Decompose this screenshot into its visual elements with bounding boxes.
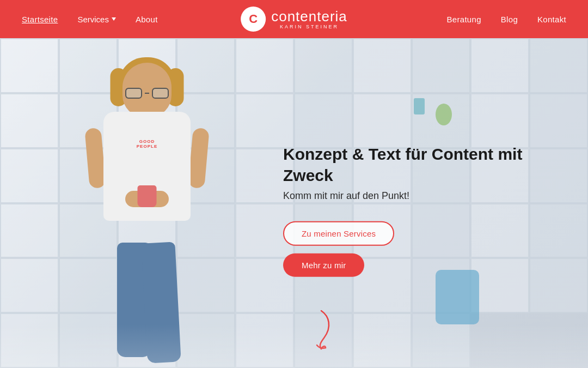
chair-decoration [436, 270, 479, 324]
hero-headline: Konzept & Text für Content mit Zweck [283, 143, 544, 185]
person-cup [138, 185, 157, 207]
person-arm-left-skin [84, 128, 106, 189]
nav-services-label: Services [77, 15, 109, 24]
nav-link-beratung[interactable]: Beratung [447, 15, 481, 24]
hero-fade-overlay [0, 324, 588, 368]
nav-link-kontakt[interactable]: Kontakt [537, 15, 566, 24]
logo-text: contenteria KARIN STEINER [271, 9, 347, 29]
nav-left: Startseite Services About [22, 15, 158, 24]
btn-services[interactable]: Zu meinen Services [283, 221, 394, 245]
glasses-lens-left [125, 88, 142, 99]
nav-link-startseite[interactable]: Startseite [22, 15, 58, 24]
person-shape [71, 63, 223, 368]
person-arm-right-skin [188, 128, 209, 189]
logo-letter: C [249, 13, 258, 25]
nav-link-blog[interactable]: Blog [501, 15, 518, 24]
logo-name: contenteria [271, 9, 347, 23]
person-head [122, 63, 171, 117]
glasses-lens-right [152, 88, 169, 99]
shelf-item-object [414, 98, 425, 114]
hero-subline: Komm mit mir auf den Punkt! [283, 190, 544, 201]
glasses-bridge [145, 93, 149, 94]
nav-link-about[interactable]: About [136, 15, 158, 24]
nav-right: Beratung Blog Kontakt [447, 15, 566, 24]
btn-about[interactable]: Mehr zu mir [283, 253, 364, 276]
main-nav: Startseite Services About C contenteria … [0, 0, 588, 38]
logo-circle: C [241, 7, 266, 32]
hero-buttons: Zu meinen Services Mehr zu mir [283, 221, 544, 276]
hero-content: Konzept & Text für Content mit Zweck Kom… [283, 143, 544, 276]
person-glasses [125, 89, 169, 98]
dropdown-arrow-icon [112, 17, 116, 21]
nav-link-services[interactable]: Services [77, 15, 116, 24]
person-image [44, 52, 250, 368]
hero-section: Konzept & Text für Content mit Zweck Kom… [0, 38, 588, 368]
logo-subtitle: KARIN STEINER [271, 25, 347, 29]
shelf-item-plant [436, 104, 452, 125]
logo[interactable]: C contenteria KARIN STEINER [241, 7, 347, 32]
